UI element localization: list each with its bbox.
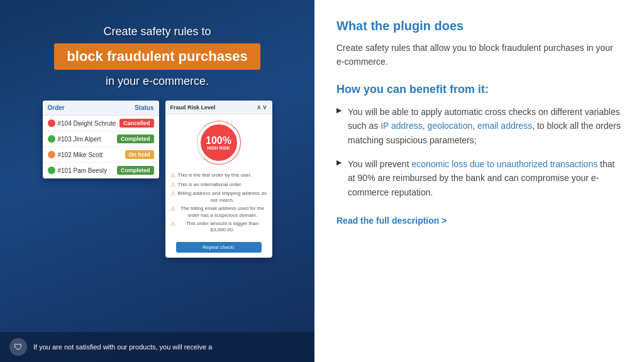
warning-item: ⚠ This order amount is bigger than $3,00…: [170, 221, 267, 234]
order-name: #104 Dwight Schrute: [48, 119, 116, 127]
warning-text: The billing email address used for the o…: [178, 206, 267, 219]
left-content: Create safety rules to block fraudulent …: [0, 25, 314, 258]
table-row: #102 Mike Scott On hold: [43, 147, 159, 163]
benefit-item-2: ▶ You will prevent economic loss due to …: [336, 157, 622, 199]
arrows-icon: ∧ ∨: [257, 104, 267, 111]
left-panel: Create safety rules to block fraudulent …: [0, 0, 314, 362]
warning-item: ⚠ This is an international order.: [170, 182, 267, 189]
read-more-link[interactable]: Read the full description >: [336, 216, 447, 226]
risk-circle-wrapper: 100% HIGH RISK: [165, 114, 272, 170]
repeat-check-button[interactable]: Repeat check!: [176, 242, 262, 253]
main-container: Create safety rules to block fraudulent …: [0, 0, 644, 362]
order-icon-green: [48, 135, 55, 143]
table-row: #103 Jim Alpert Completed: [43, 131, 159, 147]
tagline-above: Create safety rules to: [19, 25, 296, 38]
order-name: #103 Jim Alpert: [48, 135, 101, 143]
order-table-header: Order Status: [43, 101, 159, 116]
plugin-desc: Create safety rules that allow you to bl…: [336, 41, 622, 69]
warning-text: This is the first order by this user.: [178, 172, 252, 180]
right-panel: What the plugin does Create safety rules…: [314, 0, 644, 362]
status-col-header: Status: [135, 104, 154, 111]
risk-percent: 100%: [206, 136, 231, 146]
risk-label: HIGH RISK: [207, 146, 230, 150]
warning-icon: ⚠: [170, 221, 175, 234]
order-col-header: Order: [48, 104, 65, 111]
warning-text: This order amount is bigger than $3,000.…: [178, 221, 267, 234]
warning-icon: ⚠: [170, 182, 175, 189]
warning-item: ⚠ This is the first order by this user.: [170, 172, 267, 180]
fraud-panel-header: Fraud Risk Level ∧ ∨: [165, 101, 272, 114]
table-row: #101 Pam Beesly Completed: [43, 163, 159, 178]
highlight-box: block fraudulent purchases: [54, 43, 260, 70]
fraud-warnings: ⚠ This is the first order by this user. …: [165, 170, 272, 238]
email-address-link[interactable]: email address: [477, 121, 532, 131]
plugin-title: What the plugin does: [336, 19, 622, 33]
order-name: #102 Mike Scott: [48, 151, 103, 158]
benefit-text-2: You will prevent economic loss due to un…: [348, 157, 622, 199]
order-icon-orange: [48, 151, 55, 158]
mock-ui-wrapper: Order Status #104 Dwight Schrute Cancell…: [19, 101, 296, 258]
order-name: #101 Pam Beesly: [48, 167, 107, 174]
benefit-item-1: ▶ You will be able to apply automatic cr…: [336, 105, 622, 147]
status-badge: Completed: [117, 166, 154, 175]
warning-icon: ⚠: [170, 190, 175, 204]
benefit-text-1: You will be able to apply automatic cros…: [348, 105, 622, 147]
bullet-arrow-icon: ▶: [336, 158, 341, 167]
economic-loss-link[interactable]: economic loss due to unauthorized transa…: [411, 159, 597, 169]
bottom-bar-text: If you are not satisfied with our produc…: [33, 343, 212, 351]
risk-circle: 100% HIGH RISK: [197, 121, 241, 165]
order-table-mock: Order Status #104 Dwight Schrute Cancell…: [43, 101, 159, 178]
warning-text: Billing address and shipping address do …: [178, 190, 267, 204]
warning-icon: ⚠: [170, 172, 175, 180]
fraud-panel-title: Fraud Risk Level: [170, 104, 216, 111]
warning-text: This is an international order.: [178, 182, 243, 189]
status-badge: On hold: [125, 150, 154, 159]
geolocation-link[interactable]: geolocation: [428, 121, 473, 131]
order-icon-red: [48, 119, 55, 127]
tagline-below: in your e-commerce.: [19, 75, 296, 88]
bullet-arrow-icon: ▶: [336, 106, 341, 114]
warning-item: ⚠ The billing email address used for the…: [170, 206, 267, 219]
highlight-text: block fraudulent purchases: [67, 48, 247, 64]
warning-icon: ⚠: [170, 206, 175, 219]
benefits-title: How you can benefit from it:: [336, 83, 622, 96]
bottom-bar: 🛡 If you are not satisfied with our prod…: [0, 332, 314, 362]
table-row: #104 Dwight Schrute Cancelled: [43, 116, 159, 131]
ip-address-link[interactable]: IP address: [380, 121, 423, 131]
shield-icon: 🛡: [9, 338, 27, 356]
order-icon-green: [48, 167, 55, 174]
warning-item: ⚠ Billing address and shipping address d…: [170, 190, 267, 204]
status-badge: Completed: [117, 134, 154, 143]
status-badge: Cancelled: [119, 119, 154, 128]
fraud-panel-mock: Fraud Risk Level ∧ ∨ 100% HIGH RISK ⚠ Th…: [165, 101, 272, 258]
